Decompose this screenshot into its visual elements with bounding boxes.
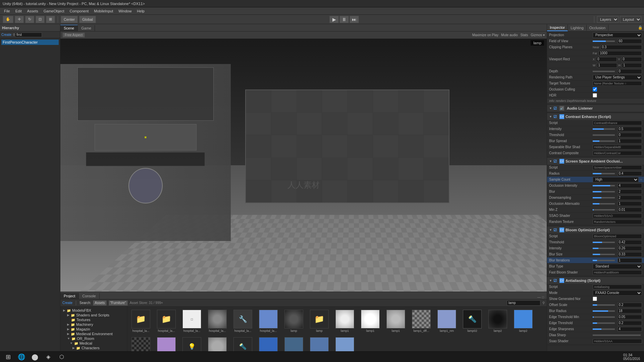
aa-ssaa-ref[interactable]: Hidden/SSAA [593, 339, 642, 344]
tree-item-shaders[interactable]: ▶ 📁 Shaders and Scripts [62, 313, 126, 317]
aa-blur-radius-input[interactable] [618, 309, 642, 313]
bloom-iter-input[interactable] [618, 258, 642, 263]
toolbar-center-btn[interactable]: Center [61, 16, 78, 23]
far-input[interactable] [599, 51, 642, 56]
asset-search-input[interactable] [507, 300, 540, 306]
toolbar-hand-btn[interactable]: ✋ [3, 16, 13, 23]
ssao-oa-slider[interactable] [593, 203, 615, 204]
asset-lamp1-2[interactable]: lamp1 [384, 308, 408, 334]
toolbar-global-btn[interactable]: Global [79, 16, 96, 23]
toolbar-move-btn[interactable]: ✛ [15, 16, 24, 23]
ssao-blur-input[interactable] [618, 189, 642, 194]
ssao-oa-input[interactable] [618, 201, 642, 206]
ssao-random-ref[interactable]: RandomVectors [593, 220, 642, 224]
aa-checkbox[interactable]: ☑ [553, 279, 557, 283]
tree-item-machinery[interactable]: ▶ 📁 Machinery [62, 322, 126, 327]
vp-h[interactable] [622, 63, 642, 68]
depth-input[interactable] [618, 69, 642, 74]
menu-window[interactable]: Window [116, 8, 134, 14]
projection-dropdown[interactable]: Perspective [593, 33, 642, 38]
menu-mobileinput[interactable]: MobileInput [91, 8, 116, 14]
asset-lamp02[interactable]: 🔦 lamp02 [460, 308, 484, 334]
furniture-filter-btn[interactable]: "Furniture" [109, 300, 128, 306]
bloom-iter-slider[interactable] [593, 260, 615, 261]
scene-tab[interactable]: Scene [60, 25, 78, 31]
ssao-radius-input[interactable] [618, 171, 642, 176]
asset-lamp1-dff[interactable]: lamp1_dff... [409, 308, 433, 334]
vp-y[interactable] [622, 57, 642, 62]
toolbar-rotate-btn[interactable]: ↻ [25, 16, 34, 23]
asset-lamp-0[interactable]: lamp [282, 308, 306, 334]
aa-show-gen-checkbox[interactable] [593, 297, 597, 301]
asset-hospital-la-2[interactable]: □ hospital_la... [180, 308, 204, 334]
bloom-intensity-input[interactable] [618, 246, 642, 251]
hierarchy-item-firstpersoncharacter[interactable]: FirstPersonCharacter [1, 40, 59, 45]
bloom-blur-slider[interactable] [593, 254, 615, 255]
taskbar-ie[interactable]: 🌐 [15, 352, 28, 362]
depth-slider[interactable] [593, 71, 615, 72]
hierarchy-search-input[interactable] [15, 33, 42, 37]
ce-script-ref[interactable]: ContrastEnhance [593, 121, 642, 125]
asset-lamp2-1[interactable]: lamp2 [511, 308, 535, 334]
contrast-checkbox[interactable]: ☑ [553, 115, 557, 119]
rendering-path-dropdown[interactable]: Use Player Settings [593, 75, 642, 80]
maximize-btn[interactable]: Maximize on Play [472, 33, 498, 37]
menu-file[interactable]: File [1, 8, 13, 14]
near-input[interactable] [601, 45, 642, 50]
bloom-blur-type-dropdown[interactable]: Standard [593, 264, 642, 269]
ce-intensity-slider[interactable] [593, 128, 615, 130]
audio-listener-header[interactable]: ▼ ☑ 🔊 Audio Listener [547, 105, 644, 112]
aa-blur-radius-slider[interactable] [593, 310, 615, 312]
asset-lamp2-0[interactable]: lamp2 [486, 308, 510, 334]
ssao-ds-input[interactable] [618, 195, 642, 200]
start-button[interactable]: ⊞ [1, 352, 15, 362]
bloom-threshold-input[interactable] [618, 240, 642, 245]
ssao-radius-slider[interactable] [593, 173, 615, 174]
pause-button[interactable]: ⏸ [339, 16, 349, 23]
ssao-oi-input[interactable] [618, 183, 642, 188]
step-button[interactable]: ⏭ [350, 16, 359, 23]
tree-item-textures[interactable]: 📁 Textures [62, 317, 126, 322]
bloom-fast-shader-ref[interactable]: Hidden/FastBloom [593, 270, 642, 275]
ssao-oi-slider[interactable] [593, 185, 615, 186]
inspector-lock-icon[interactable]: 🔒 [637, 25, 644, 30]
inspector-tab-occlusion[interactable]: Occlusion [587, 25, 608, 31]
asset-hospital-la-0[interactable]: 📁 hospital_la... [129, 308, 153, 334]
vp-w[interactable] [597, 63, 617, 68]
aa-edge-slider[interactable] [593, 322, 615, 324]
ce-threshold-input[interactable] [618, 133, 642, 137]
tree-item-medieval[interactable]: ▶ 📁 Medieval Environment [62, 331, 126, 336]
aa-offset-input[interactable] [618, 303, 642, 307]
ssao-minz-slider[interactable] [593, 209, 615, 210]
asset-hospital-la-1[interactable]: 📁 hospital_la... [154, 308, 178, 334]
minimize-icon[interactable]: — [537, 295, 541, 299]
bloom-checkbox[interactable]: ☑ [553, 228, 557, 232]
ce-blur-slider[interactable] [593, 140, 615, 142]
menu-component[interactable]: Component [67, 8, 91, 14]
bloom-script-ref[interactable]: BloomOptimized [593, 234, 642, 239]
menu-assets[interactable]: Assets [24, 8, 41, 14]
bloom-header[interactable]: ▼ ☑ C# Bloom Optimized (Script) [547, 227, 644, 233]
ssao-minz-input[interactable] [618, 207, 642, 212]
layout-dropdown[interactable]: Layout [620, 16, 641, 23]
hdr-checkbox[interactable] [593, 93, 597, 98]
aa-dlaa-slider[interactable] [593, 335, 641, 336]
mute-btn[interactable]: Mute audio [501, 33, 518, 37]
taskbar-app[interactable]: ⬡ [55, 352, 68, 362]
free-aspect-btn[interactable]: Free Aspect [62, 33, 85, 38]
play-button[interactable]: ▶ [329, 16, 339, 23]
bloom-threshold-slider[interactable] [593, 242, 615, 243]
inspector-tab-inspector[interactable]: Inspector [547, 24, 568, 31]
aa-header[interactable]: ▼ ☑ C# Antialiasing (Script) [547, 277, 644, 284]
tree-item-modelsfbx[interactable]: ▶ 📁 ModelsFBX [62, 308, 126, 313]
project-tab[interactable]: Project [60, 293, 79, 299]
ssao-checkbox[interactable]: ☑ [553, 159, 557, 164]
toolbar-rect-btn[interactable]: ⊞ [46, 16, 55, 23]
asset-lamp1-1[interactable]: lamp1 [358, 308, 382, 334]
aa-edge-min-slider[interactable] [593, 316, 615, 318]
taskbar-unity[interactable]: ◈ [42, 352, 55, 362]
ce-blur-input[interactable] [618, 139, 642, 143]
stats-btn[interactable]: Stats [521, 33, 528, 37]
asset-lamp1-0[interactable]: lamp1 [333, 308, 357, 334]
toolbar-scale-btn[interactable]: ⊡ [36, 16, 45, 23]
